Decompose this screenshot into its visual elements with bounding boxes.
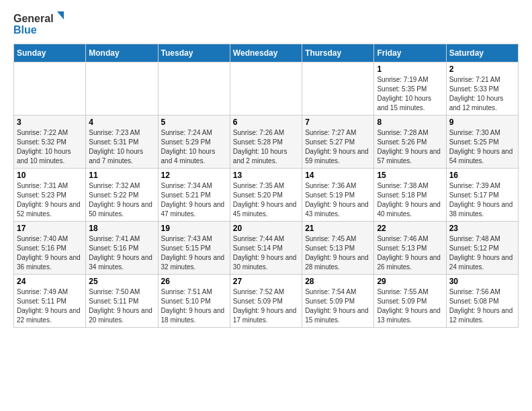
- svg-text:General: General: [13, 13, 54, 24]
- day-info: Sunrise: 7:45 AM Sunset: 5:13 PM Dayligh…: [305, 234, 371, 272]
- calendar-cell: 24Sunrise: 7:49 AM Sunset: 5:11 PM Dayli…: [14, 275, 86, 328]
- day-number: 6: [233, 118, 299, 127]
- calendar-cell: [86, 62, 158, 116]
- day-number: 1: [377, 64, 443, 74]
- calendar-cell: 16Sunrise: 7:39 AM Sunset: 5:17 PM Dayli…: [446, 169, 518, 222]
- calendar-cell: 27Sunrise: 7:52 AM Sunset: 5:09 PM Dayli…: [230, 275, 302, 328]
- day-info: Sunrise: 7:21 AM Sunset: 5:33 PM Dayligh…: [449, 75, 515, 113]
- day-info: Sunrise: 7:36 AM Sunset: 5:19 PM Dayligh…: [305, 181, 371, 219]
- day-number: 11: [89, 171, 154, 180]
- calendar-cell: 21Sunrise: 7:45 AM Sunset: 5:13 PM Dayli…: [302, 222, 374, 275]
- day-info: Sunrise: 7:52 AM Sunset: 5:09 PM Dayligh…: [233, 287, 299, 325]
- day-number: 26: [161, 277, 227, 286]
- calendar-cell: 18Sunrise: 7:41 AM Sunset: 5:16 PM Dayli…: [86, 222, 158, 275]
- day-info: Sunrise: 7:35 AM Sunset: 5:20 PM Dayligh…: [233, 181, 299, 219]
- day-info: Sunrise: 7:28 AM Sunset: 5:26 PM Dayligh…: [377, 128, 443, 166]
- day-info: Sunrise: 7:55 AM Sunset: 5:09 PM Dayligh…: [377, 287, 443, 325]
- calendar-cell: 23Sunrise: 7:48 AM Sunset: 5:12 PM Dayli…: [446, 222, 518, 275]
- day-number: 20: [233, 224, 299, 233]
- day-number: 3: [17, 118, 83, 127]
- day-number: 23: [449, 224, 515, 233]
- day-number: 17: [17, 224, 83, 233]
- day-info: Sunrise: 7:51 AM Sunset: 5:10 PM Dayligh…: [161, 287, 227, 325]
- day-number: 27: [233, 277, 299, 286]
- day-number: 16: [449, 171, 515, 180]
- day-number: 5: [161, 118, 227, 127]
- calendar-cell: 9Sunrise: 7:30 AM Sunset: 5:25 PM Daylig…: [446, 116, 518, 169]
- day-info: Sunrise: 7:50 AM Sunset: 5:11 PM Dayligh…: [89, 287, 154, 325]
- day-info: Sunrise: 7:40 AM Sunset: 5:16 PM Dayligh…: [17, 234, 83, 272]
- day-number: 21: [305, 224, 371, 233]
- day-info: Sunrise: 7:43 AM Sunset: 5:15 PM Dayligh…: [161, 234, 227, 272]
- calendar-cell: 1Sunrise: 7:19 AM Sunset: 5:35 PM Daylig…: [374, 62, 446, 116]
- day-number: 30: [449, 277, 515, 286]
- day-number: 8: [377, 118, 443, 127]
- svg-marker-2: [57, 11, 64, 19]
- calendar-cell: [158, 62, 230, 116]
- day-number: 28: [305, 277, 371, 286]
- day-info: Sunrise: 7:22 AM Sunset: 5:32 PM Dayligh…: [17, 128, 83, 166]
- day-number: 25: [89, 277, 154, 286]
- day-number: 12: [161, 171, 227, 180]
- calendar-cell: 4Sunrise: 7:23 AM Sunset: 5:31 PM Daylig…: [86, 116, 158, 169]
- day-number: 13: [233, 171, 299, 180]
- day-number: 19: [161, 224, 227, 233]
- day-info: Sunrise: 7:39 AM Sunset: 5:17 PM Dayligh…: [449, 181, 515, 219]
- day-number: 9: [449, 118, 515, 127]
- day-number: 29: [377, 277, 443, 286]
- calendar-table: SundayMondayTuesdayWednesdayThursdayFrid…: [13, 44, 519, 328]
- calendar-cell: 14Sunrise: 7:36 AM Sunset: 5:19 PM Dayli…: [302, 169, 374, 222]
- column-header-sunday: Sunday: [14, 44, 86, 62]
- day-info: Sunrise: 7:41 AM Sunset: 5:16 PM Dayligh…: [89, 234, 154, 272]
- day-number: 4: [89, 118, 154, 127]
- day-info: Sunrise: 7:34 AM Sunset: 5:21 PM Dayligh…: [161, 181, 227, 219]
- calendar-header: SundayMondayTuesdayWednesdayThursdayFrid…: [14, 44, 519, 62]
- calendar-cell: [302, 62, 374, 116]
- day-info: Sunrise: 7:26 AM Sunset: 5:28 PM Dayligh…: [233, 128, 299, 166]
- day-number: 10: [17, 171, 83, 180]
- day-number: 15: [377, 171, 443, 180]
- day-info: Sunrise: 7:56 AM Sunset: 5:08 PM Dayligh…: [449, 287, 515, 325]
- column-header-tuesday: Tuesday: [158, 44, 230, 62]
- calendar-cell: 12Sunrise: 7:34 AM Sunset: 5:21 PM Dayli…: [158, 169, 230, 222]
- day-number: 2: [449, 64, 515, 74]
- calendar-cell: 11Sunrise: 7:32 AM Sunset: 5:22 PM Dayli…: [86, 169, 158, 222]
- column-header-monday: Monday: [86, 44, 158, 62]
- calendar-cell: 2Sunrise: 7:21 AM Sunset: 5:33 PM Daylig…: [446, 62, 518, 116]
- day-info: Sunrise: 7:27 AM Sunset: 5:27 PM Dayligh…: [305, 128, 371, 166]
- calendar-cell: 7Sunrise: 7:27 AM Sunset: 5:27 PM Daylig…: [302, 116, 374, 169]
- calendar-cell: 22Sunrise: 7:46 AM Sunset: 5:13 PM Dayli…: [374, 222, 446, 275]
- calendar-cell: 5Sunrise: 7:24 AM Sunset: 5:29 PM Daylig…: [158, 116, 230, 169]
- column-header-wednesday: Wednesday: [230, 44, 302, 62]
- logo: GeneralBlue: [13, 10, 67, 37]
- page-header: GeneralBlue: [13, 10, 519, 37]
- calendar-cell: 19Sunrise: 7:43 AM Sunset: 5:15 PM Dayli…: [158, 222, 230, 275]
- day-info: Sunrise: 7:48 AM Sunset: 5:12 PM Dayligh…: [449, 234, 515, 272]
- calendar-cell: 20Sunrise: 7:44 AM Sunset: 5:14 PM Dayli…: [230, 222, 302, 275]
- calendar-body: 1Sunrise: 7:19 AM Sunset: 5:35 PM Daylig…: [14, 62, 519, 328]
- day-info: Sunrise: 7:38 AM Sunset: 5:18 PM Dayligh…: [377, 181, 443, 219]
- calendar-cell: 29Sunrise: 7:55 AM Sunset: 5:09 PM Dayli…: [374, 275, 446, 328]
- calendar-cell: 8Sunrise: 7:28 AM Sunset: 5:26 PM Daylig…: [374, 116, 446, 169]
- logo-svg: GeneralBlue: [13, 10, 67, 37]
- day-info: Sunrise: 7:31 AM Sunset: 5:23 PM Dayligh…: [17, 181, 83, 219]
- calendar-cell: 3Sunrise: 7:22 AM Sunset: 5:32 PM Daylig…: [14, 116, 86, 169]
- day-info: Sunrise: 7:30 AM Sunset: 5:25 PM Dayligh…: [449, 128, 515, 166]
- day-info: Sunrise: 7:24 AM Sunset: 5:29 PM Dayligh…: [161, 128, 227, 166]
- calendar-cell: 15Sunrise: 7:38 AM Sunset: 5:18 PM Dayli…: [374, 169, 446, 222]
- day-info: Sunrise: 7:54 AM Sunset: 5:09 PM Dayligh…: [305, 287, 371, 325]
- calendar-cell: 10Sunrise: 7:31 AM Sunset: 5:23 PM Dayli…: [14, 169, 86, 222]
- day-number: 14: [305, 171, 371, 180]
- day-number: 24: [17, 277, 83, 286]
- calendar-cell: [14, 62, 86, 116]
- calendar-cell: 6Sunrise: 7:26 AM Sunset: 5:28 PM Daylig…: [230, 116, 302, 169]
- calendar-cell: 13Sunrise: 7:35 AM Sunset: 5:20 PM Dayli…: [230, 169, 302, 222]
- column-header-saturday: Saturday: [446, 44, 518, 62]
- day-info: Sunrise: 7:44 AM Sunset: 5:14 PM Dayligh…: [233, 234, 299, 272]
- column-header-friday: Friday: [374, 44, 446, 62]
- svg-text:Blue: Blue: [13, 24, 37, 36]
- calendar-cell: 25Sunrise: 7:50 AM Sunset: 5:11 PM Dayli…: [86, 275, 158, 328]
- calendar-cell: 28Sunrise: 7:54 AM Sunset: 5:09 PM Dayli…: [302, 275, 374, 328]
- day-info: Sunrise: 7:32 AM Sunset: 5:22 PM Dayligh…: [89, 181, 154, 219]
- day-number: 22: [377, 224, 443, 233]
